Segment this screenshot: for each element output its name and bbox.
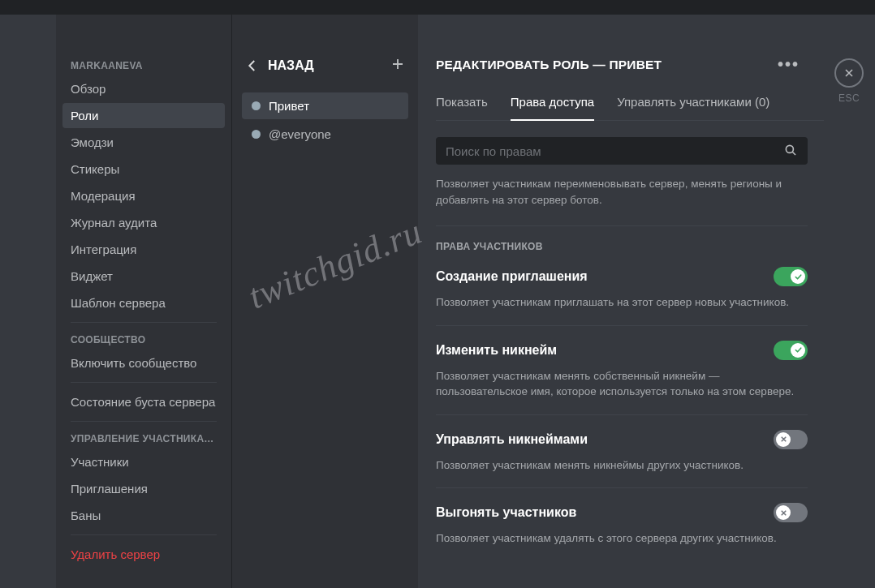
roles-header: НАЗАД [242,55,408,92]
toggle-knob [791,269,805,284]
permission-title: Выгонять участников [436,505,576,520]
sidebar-divider [71,534,217,535]
main-header: РЕДАКТИРОВАТЬ РОЛЬ — ПРИВЕТ ••• [436,55,824,74]
role-item-everyone[interactable]: @everyone [242,121,408,148]
back-label: НАЗАД [268,58,314,73]
permission-description: Позволяет участникам удалять с этого сер… [436,530,808,547]
svg-point-0 [786,145,793,152]
permission-title: Создание приглашения [436,269,588,284]
sidebar-item-roles[interactable]: Роли [62,103,225,128]
sidebar-item-boost-status[interactable]: Состояние буста сервера [62,389,225,414]
role-color-dot [252,101,261,110]
tab-manage-members[interactable]: Управлять участниками (0) [617,95,769,120]
more-options-button[interactable]: ••• [778,55,800,74]
sidebar-section-members: УПРАВЛЕНИЕ УЧАСТНИКА… [62,428,225,449]
sidebar-item-emoji[interactable]: Эмодзи [62,130,225,155]
roles-list-column: НАЗАД Привет @everyone [231,15,418,588]
gutter-left [0,15,56,588]
role-color-dot [252,130,261,139]
settings-sidebar: MARKAANEVA Обзор Роли Эмодзи Стикеры Мод… [56,15,231,588]
sidebar-item-members[interactable]: Участники [62,449,225,474]
search-input[interactable] [446,144,783,158]
sidebar-item-integrations[interactable]: Интеграция [62,237,225,262]
sidebar-item-audit-log[interactable]: Журнал аудита [62,210,225,235]
sidebar-item-stickers[interactable]: Стикеры [62,157,225,182]
toggle-knob [776,505,791,520]
sidebar-divider [71,322,217,323]
top-permission-description: Позволяет участникам переименовывать сер… [436,176,808,208]
main-scroll[interactable]: РЕДАКТИРОВАТЬ РОЛЬ — ПРИВЕТ ••• Показать… [436,55,824,588]
sidebar-item-template[interactable]: Шаблон сервера [62,290,225,315]
back-button[interactable]: НАЗАД [245,58,314,73]
gutter-right: ESC [824,15,875,588]
sidebar-item-moderation[interactable]: Модерация [62,183,225,208]
sidebar-section-community: СООБЩЕСТВО [62,329,225,350]
close-wrap: ESC [834,58,864,104]
section-title-member-permissions: ПРАВА УЧАСТНИКОВ [436,241,824,252]
permission-toggle[interactable] [774,267,808,286]
section-divider [436,225,808,226]
sidebar-item-delete-server[interactable]: Удалить сервер [62,542,225,567]
sidebar-item-enable-community[interactable]: Включить сообщество [62,350,225,376]
role-item-privet[interactable]: Привет [242,92,408,119]
permission-kick-members: Выгонять участников Позволяет участникам… [436,503,808,561]
permission-title: Управлять никнеймами [436,432,588,447]
permission-toggle[interactable] [774,430,808,449]
permission-change-nickname: Изменить никнейм Позволяет участникам ме… [436,341,808,415]
search-permissions-field[interactable] [436,137,808,165]
window-titlebar [0,0,875,15]
sidebar-item-widget[interactable]: Виджет [62,264,225,289]
toggle-knob [776,432,791,447]
tabs: Показать Права доступа Управлять участни… [436,95,824,121]
sidebar-item-overview[interactable]: Обзор [62,76,225,101]
page-title: РЕДАКТИРОВАТЬ РОЛЬ — ПРИВЕТ [436,58,662,72]
esc-label: ESC [838,92,860,104]
close-button[interactable] [834,58,864,88]
permission-description: Позволяет участникам менять собственный … [436,368,808,400]
role-label: Привет [269,99,309,113]
tab-display[interactable]: Показать [436,95,488,120]
role-label: @everyone [269,127,331,141]
app-root: MARKAANEVA Обзор Роли Эмодзи Стикеры Мод… [0,15,875,588]
tab-permissions[interactable]: Права доступа [511,95,594,120]
sidebar-item-bans[interactable]: Баны [62,503,225,528]
permission-manage-nicknames: Управлять никнеймами Позволяет участника… [436,430,808,489]
main-content: РЕДАКТИРОВАТЬ РОЛЬ — ПРИВЕТ ••• Показать… [418,15,824,588]
permission-description: Позволяет участникам приглашать на этот … [436,294,808,311]
sidebar-divider [71,421,217,422]
toggle-knob [791,343,805,358]
permission-toggle[interactable] [774,503,808,522]
permission-description: Позволяет участникам менять никнеймы дру… [436,457,808,474]
sidebar-server-name: MARKAANEVA [62,55,225,76]
permission-toggle[interactable] [774,341,808,360]
search-icon [783,143,798,160]
permission-title: Изменить никнейм [436,343,557,358]
permission-create-invite: Создание приглашения Позволяет участника… [436,267,808,326]
arrow-left-icon [245,58,260,73]
add-role-button[interactable] [390,55,405,76]
sidebar-item-invites[interactable]: Приглашения [62,476,225,501]
sidebar-divider [71,382,217,383]
